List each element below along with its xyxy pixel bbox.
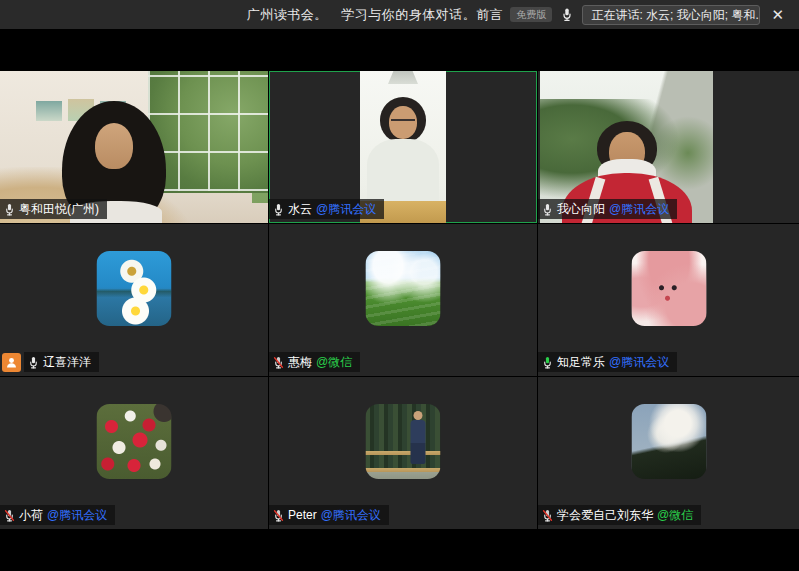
participant-tile[interactable]: 粤和田悦(广州) <box>0 71 268 223</box>
mic-on-icon <box>542 203 553 216</box>
nameplate-row: 惠梅@微信 <box>269 352 360 372</box>
participant-name: Peter <box>288 507 317 523</box>
title-bar: 广州读书会。 学习与你的身体对话。前言 免费版 正在讲话: 水云; 我心向阳; … <box>0 0 799 29</box>
participant-name: 惠梅 <box>288 354 312 370</box>
mic-on-icon <box>273 203 284 216</box>
nameplate-row: 辽喜洋洋 <box>0 352 99 372</box>
nameplate-row: 小荷@腾讯会议 <box>0 505 115 525</box>
participant-nameplate: 惠梅@微信 <box>269 352 360 372</box>
participant-platform: @腾讯会议 <box>609 201 669 217</box>
participant-tile[interactable]: 小荷@腾讯会议 <box>0 377 268 529</box>
mic-on-icon <box>28 356 39 369</box>
participant-name: 我心向阳 <box>557 201 605 217</box>
nameplate-row: 学会爱自己刘东华@微信 <box>538 505 701 525</box>
participant-tile[interactable]: 我心向阳@腾讯会议 <box>538 71 799 223</box>
mic-muted-icon <box>542 509 553 522</box>
meeting-title: 广州读书会。 学习与你的身体对话。前言 <box>247 6 504 24</box>
mic-muted-icon <box>273 356 284 369</box>
mic-on-icon <box>4 203 15 216</box>
nameplate-row: 水云@腾讯会议 <box>269 199 384 219</box>
mic-speaking-icon <box>542 356 553 369</box>
participant-platform: @腾讯会议 <box>609 354 669 370</box>
person-figure <box>411 420 426 464</box>
meeting-window: 广州读书会。 学习与你的身体对话。前言 免费版 正在讲话: 水云; 我心向阳; … <box>0 0 799 571</box>
participant-platform: @腾讯会议 <box>321 507 381 523</box>
avatar <box>366 251 441 326</box>
speaking-status: 正在讲话: 水云; 我心向阳; 粤和... <box>582 5 760 25</box>
participant-tile[interactable]: 辽喜洋洋 <box>0 224 268 376</box>
mic-muted-icon <box>273 509 284 522</box>
participant-tile[interactable]: 学会爱自己刘东华@微信 <box>538 377 799 529</box>
participant-nameplate: 小荷@腾讯会议 <box>0 505 115 525</box>
participant-name: 粤和田悦(广州) <box>19 201 99 217</box>
participant-name: 学会爱自己刘东华 <box>557 507 653 523</box>
participant-platform: @微信 <box>657 507 693 523</box>
window-frame <box>148 71 268 191</box>
avatar <box>631 251 706 326</box>
participant-grid: 粤和田悦(广州) 水云@腾讯会议 <box>0 71 799 529</box>
free-version-badge[interactable]: 免费版 <box>510 7 552 22</box>
participant-nameplate: Peter@腾讯会议 <box>269 505 389 525</box>
person-face <box>95 123 133 169</box>
participant-nameplate: 我心向阳@腾讯会议 <box>538 199 677 219</box>
participant-tile[interactable]: 知足常乐@腾讯会议 <box>538 224 799 376</box>
person-icon <box>5 356 18 369</box>
avatar <box>366 404 441 479</box>
participant-name: 知足常乐 <box>557 354 605 370</box>
nameplate-row: Peter@腾讯会议 <box>269 505 389 525</box>
avatar <box>631 404 706 479</box>
glasses <box>391 119 415 125</box>
participant-nameplate: 粤和田悦(广州) <box>0 199 107 219</box>
participant-tile[interactable]: 水云@腾讯会议 <box>269 71 537 223</box>
microphone-icon <box>561 7 573 22</box>
person-shirt <box>367 139 439 203</box>
mic-muted-icon <box>4 509 15 522</box>
participant-name: 辽喜洋洋 <box>43 354 91 370</box>
participant-platform: @腾讯会议 <box>316 201 376 217</box>
avatar <box>97 251 172 326</box>
participant-name: 小荷 <box>19 507 43 523</box>
nameplate-row: 我心向阳@腾讯会议 <box>538 199 677 219</box>
participant-name: 水云 <box>288 201 312 217</box>
participant-nameplate: 水云@腾讯会议 <box>269 199 384 219</box>
nameplate-row: 粤和田悦(广州) <box>0 199 107 219</box>
participant-nameplate: 辽喜洋洋 <box>24 352 99 372</box>
participant-platform: @腾讯会议 <box>47 507 107 523</box>
title-bar-right: 正在讲话: 水云; 我心向阳; 粤和... ✕ <box>561 0 799 29</box>
nameplate-row: 知足常乐@腾讯会议 <box>538 352 677 372</box>
close-icon[interactable]: ✕ <box>769 7 786 22</box>
host-badge <box>2 353 21 372</box>
avatar <box>97 404 172 479</box>
participant-nameplate: 知足常乐@腾讯会议 <box>538 352 677 372</box>
participant-platform: @微信 <box>316 354 352 370</box>
participant-tile[interactable]: Peter@腾讯会议 <box>269 377 537 529</box>
participant-tile[interactable]: 惠梅@微信 <box>269 224 537 376</box>
participant-nameplate: 学会爱自己刘东华@微信 <box>538 505 701 525</box>
